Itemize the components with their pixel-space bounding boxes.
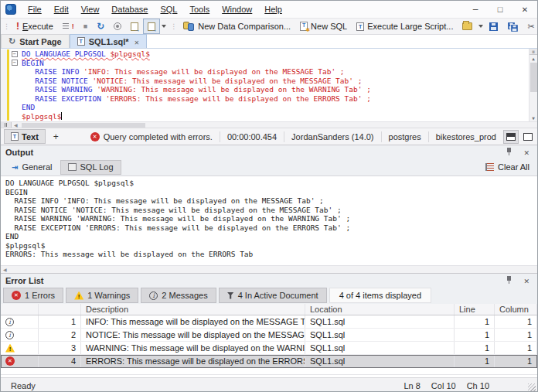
scroll-thumb[interactable]: [530, 63, 537, 92]
cut-button[interactable]: ✂: [523, 19, 538, 34]
output-text[interactable]: DO LANGUAGE PLPGSQL $plpgsql$BEGIN RAISE…: [1, 176, 537, 265]
code-text: DO LANGUAGE PLPGSQL $plpgsql$: [19, 49, 150, 59]
error-table-header: Description Location Line Column: [1, 304, 537, 315]
scroll-down-icon[interactable]: ▼: [532, 114, 535, 121]
code-line: RAISE NOTICE 'NOTICE: This message will …: [1, 77, 529, 86]
output-line: RAISE WARNING 'WARNING: This message wil…: [5, 214, 537, 223]
code-line: RAISE EXCEPTION 'ERRORS: This message wi…: [1, 94, 529, 104]
export-document-button[interactable]: [126, 19, 143, 34]
add-view-button[interactable]: +: [46, 131, 66, 142]
tab-label: SQL1.sql*: [89, 37, 129, 46]
toolbar-grip-2[interactable]: ⋮: [168, 22, 179, 30]
output-tab-general[interactable]: General: [4, 160, 60, 175]
col-column[interactable]: Column: [495, 304, 537, 315]
col-icon[interactable]: [1, 304, 39, 315]
save-all-button[interactable]: [502, 19, 523, 34]
menu-tools[interactable]: Tools: [183, 3, 216, 15]
code-text: RAISE WARNING 'WARNING: This message wil…: [19, 85, 371, 94]
close-panel-icon[interactable]: [523, 148, 529, 157]
filter-2-messages[interactable]: 2 Messages: [141, 288, 216, 303]
col-number[interactable]: [39, 304, 81, 315]
scroll-up-icon[interactable]: ▲: [532, 55, 535, 62]
error-row[interactable]: 1INFO: This message will be displayed on…: [1, 315, 537, 329]
large-script-icon: [356, 22, 364, 31]
maximize-button[interactable]: [488, 2, 512, 17]
error-row[interactable]: 4ERRORS: This message will be displayed …: [1, 355, 537, 368]
filter-icon: [227, 292, 234, 299]
editor-vertical-scrollbar[interactable]: ▲ ▼: [529, 49, 537, 121]
menu-file[interactable]: File: [22, 3, 48, 15]
new-sql-button[interactable]: New SQL: [295, 19, 352, 34]
col-line[interactable]: Line: [455, 304, 495, 315]
menu-edit[interactable]: Edit: [48, 3, 75, 15]
location-cell: SQL1.sql: [305, 342, 455, 354]
close-button[interactable]: [512, 2, 537, 17]
sql-editor[interactable]: DO LANGUAGE PLPGSQL $plpgsql$BEGIN RAISE…: [1, 49, 537, 121]
menu-window[interactable]: Window: [216, 3, 258, 15]
scroll-left-icon[interactable]: ◀: [12, 122, 20, 128]
text-view-tab[interactable]: Text: [4, 129, 46, 144]
split-handle-icon[interactable]: [529, 49, 537, 55]
execute-large-script-button[interactable]: Execute Large Script...: [352, 19, 458, 34]
save-button[interactable]: [485, 19, 502, 34]
output-horizontal-scrollbar[interactable]: ◀: [1, 265, 537, 273]
open-file-caret-icon[interactable]: [478, 25, 483, 28]
tab-close-icon[interactable]: [134, 37, 140, 46]
menu-database[interactable]: Database: [105, 3, 154, 15]
open-file-button[interactable]: [458, 19, 477, 34]
stop-icon: ■: [83, 22, 87, 30]
number-cell: 3: [39, 342, 81, 354]
error-row[interactable]: 3WARNING: This message will be displayed…: [1, 342, 537, 355]
clear-all-button[interactable]: Clear All: [479, 160, 536, 175]
full-view-button[interactable]: [520, 130, 536, 144]
dropdown-caret-icon[interactable]: [162, 25, 166, 28]
editor-horizontal-scrollbar[interactable]: ◀: [1, 121, 537, 128]
menu-help[interactable]: Help: [258, 3, 288, 15]
menu-sql[interactable]: SQL: [154, 3, 183, 15]
col-description[interactable]: Description: [81, 304, 305, 315]
column-cell: 1: [495, 315, 537, 328]
hscroll-thumb[interactable]: [22, 123, 145, 128]
menu-view[interactable]: View: [75, 3, 106, 15]
pin-icon[interactable]: [506, 148, 512, 155]
import-document-button[interactable]: [143, 19, 160, 34]
error-close-icon[interactable]: [523, 276, 529, 285]
filter-4-in-active-document[interactable]: 4 In Active Document: [219, 288, 327, 303]
filter-1-errors[interactable]: 1 Errors: [3, 288, 63, 303]
fold-collapse-icon[interactable]: [12, 51, 18, 57]
fold-column: [9, 112, 19, 121]
history-icon: ↻: [97, 21, 104, 32]
code-area[interactable]: DO LANGUAGE PLPGSQL $plpgsql$BEGIN RAISE…: [1, 49, 529, 121]
stop-button[interactable]: ■: [79, 19, 92, 34]
fold-column: [9, 67, 19, 77]
text-view-label: Text: [22, 132, 39, 141]
col-location[interactable]: Location: [305, 304, 455, 315]
execute-script-button[interactable]: !: [58, 19, 79, 34]
tab-sql1-sql-[interactable]: SQL1.sql*: [70, 34, 148, 48]
filter-1-warnings[interactable]: 1 Warnings: [66, 288, 138, 303]
ready-status: Ready: [1, 381, 36, 390]
output-line: RAISE INFO 'INFO: This message will be d…: [5, 196, 537, 206]
query-status: Query completed with errors.: [83, 131, 220, 142]
execute-button[interactable]: ! Execute: [12, 19, 58, 34]
execute-script-bang: !: [72, 22, 74, 30]
error-pin-icon[interactable]: [506, 276, 512, 284]
split-view-icon: [506, 133, 516, 141]
history-button[interactable]: ↻: [92, 19, 109, 34]
toolbar-grip[interactable]: ⋮: [1, 22, 12, 30]
severity-cell: [1, 329, 39, 341]
minimize-button[interactable]: [463, 2, 488, 17]
cut-icon: ✂: [527, 22, 534, 32]
output-scroll-left-icon[interactable]: ◀: [1, 267, 9, 272]
error-row[interactable]: 2NOTICE: This message will be displayed …: [1, 329, 537, 342]
new-data-comparison-button[interactable]: New Data Comparison...: [179, 19, 295, 34]
location-cell: SQL1.sql: [305, 329, 455, 341]
split-view-button[interactable]: [503, 130, 519, 144]
resize-grip[interactable]: [528, 383, 536, 391]
fold-collapse-icon[interactable]: [12, 60, 18, 66]
output-tab-sql-log[interactable]: SQL Log: [60, 160, 121, 175]
sql-file-icon: [77, 37, 85, 46]
tab-start-page[interactable]: Start Page: [1, 34, 70, 48]
text-view-icon: [11, 132, 19, 141]
profiler-button[interactable]: [109, 19, 126, 34]
